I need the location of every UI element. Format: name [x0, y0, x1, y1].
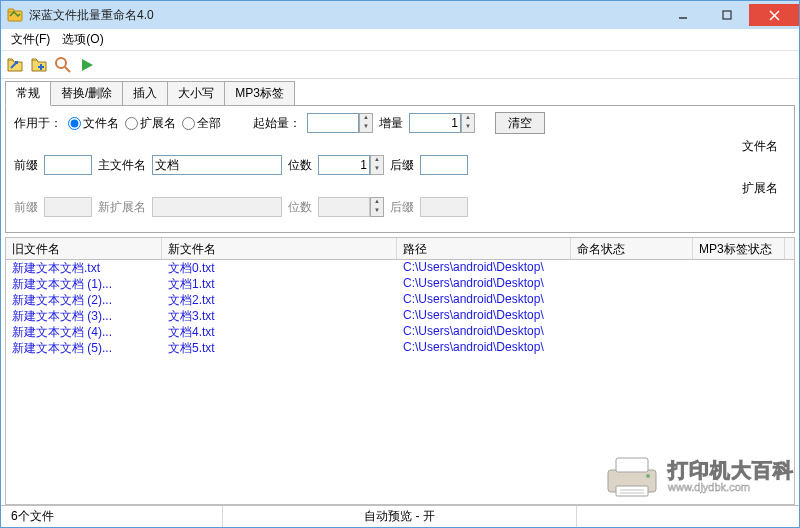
cell: C:\Users\android\Desktop\ — [397, 276, 571, 292]
step-label: 增量 — [379, 115, 403, 132]
tab-general[interactable]: 常规 — [5, 81, 51, 106]
clear-button[interactable]: 清空 — [495, 112, 545, 134]
newext-input — [152, 197, 282, 217]
cell: C:\Users\android\Desktop\ — [397, 340, 571, 356]
tabs: 常规 替换/删除 插入 大小写 MP3标签 — [1, 81, 799, 105]
cell — [693, 292, 785, 308]
table-row[interactable]: 新建文本文档 (5)...文档5.txtC:\Users\android\Des… — [6, 340, 794, 356]
col-old[interactable]: 旧文件名 — [6, 238, 162, 259]
grid-header: 旧文件名 新文件名 路径 命名状态 MP3标签状态 — [5, 237, 795, 259]
cell: 文档4.txt — [162, 324, 397, 340]
status-preview: 自动预览 - 开 — [223, 506, 577, 527]
svg-point-6 — [56, 58, 66, 68]
col-new[interactable]: 新文件名 — [162, 238, 397, 259]
window-title: 深蓝文件批量重命名4.0 — [29, 7, 661, 24]
cell: 文档5.txt — [162, 340, 397, 356]
step-input[interactable] — [409, 113, 461, 133]
ext-side-label: 扩展名 — [742, 180, 778, 197]
prefix2-input — [44, 197, 92, 217]
suffix2-label: 后缀 — [390, 199, 414, 216]
cell — [571, 276, 693, 292]
tab-insert[interactable]: 插入 — [122, 81, 168, 105]
open-folder-icon[interactable] — [5, 55, 25, 75]
table-row[interactable]: 新建文本文档.txt文档0.txtC:\Users\android\Deskto… — [6, 260, 794, 276]
digits2-input — [318, 197, 370, 217]
digits1-input[interactable] — [318, 155, 370, 175]
cell: C:\Users\android\Desktop\ — [397, 308, 571, 324]
digits2-spin: ▲▼ — [318, 197, 384, 217]
status-right — [577, 506, 797, 527]
menu-file[interactable]: 文件(F) — [5, 29, 56, 50]
minimize-button[interactable] — [661, 4, 705, 26]
cell — [571, 292, 693, 308]
cell: C:\Users\android\Desktop\ — [397, 324, 571, 340]
close-button[interactable] — [749, 4, 799, 26]
suffix2-input — [420, 197, 468, 217]
prefix1-input[interactable] — [44, 155, 92, 175]
cell — [693, 260, 785, 276]
col-path[interactable]: 路径 — [397, 238, 571, 259]
prefix2-label: 前缀 — [14, 199, 38, 216]
prefix1-label: 前缀 — [14, 157, 38, 174]
cell: C:\Users\android\Desktop\ — [397, 260, 571, 276]
add-folder-icon[interactable] — [29, 55, 49, 75]
cell — [571, 308, 693, 324]
col-mp3-status[interactable]: MP3标签状态 — [693, 238, 785, 259]
cell — [571, 260, 693, 276]
cell: 新建文本文档 (5)... — [6, 340, 162, 356]
newext-label: 新扩展名 — [98, 199, 146, 216]
col-rename-status[interactable]: 命名状态 — [571, 238, 693, 259]
toolbar — [1, 51, 799, 79]
mainfile-label: 主文件名 — [98, 157, 146, 174]
table-row[interactable]: 新建文本文档 (4)...文档4.txtC:\Users\android\Des… — [6, 324, 794, 340]
start-input[interactable] — [307, 113, 359, 133]
step-spin[interactable]: ▲▼ — [409, 113, 475, 133]
cell: 文档3.txt — [162, 308, 397, 324]
apply-filename-radio[interactable]: 文件名 — [68, 115, 119, 132]
run-icon[interactable] — [77, 55, 97, 75]
menubar: 文件(F) 选项(O) — [1, 29, 799, 51]
cell: 新建文本文档 (3)... — [6, 308, 162, 324]
tab-mp3-tags[interactable]: MP3标签 — [224, 81, 295, 105]
apply-ext-radio[interactable]: 扩展名 — [125, 115, 176, 132]
cell: C:\Users\android\Desktop\ — [397, 292, 571, 308]
maximize-button[interactable] — [705, 4, 749, 26]
apply-all-radio[interactable]: 全部 — [182, 115, 221, 132]
cell: 新建文本文档.txt — [6, 260, 162, 276]
cell: 文档0.txt — [162, 260, 397, 276]
start-spin[interactable]: ▲▼ — [307, 113, 373, 133]
svg-rect-1 — [8, 9, 14, 12]
status-count: 6个文件 — [3, 506, 223, 527]
svg-rect-3 — [723, 11, 731, 19]
table-row[interactable]: 新建文本文档 (2)...文档2.txtC:\Users\android\Des… — [6, 292, 794, 308]
cell — [693, 324, 785, 340]
digits2-label: 位数 — [288, 199, 312, 216]
preview-icon[interactable] — [53, 55, 73, 75]
cell — [571, 324, 693, 340]
cell: 新建文本文档 (2)... — [6, 292, 162, 308]
tab-replace-delete[interactable]: 替换/删除 — [50, 81, 123, 105]
cell: 新建文本文档 (1)... — [6, 276, 162, 292]
cell — [693, 276, 785, 292]
app-icon — [7, 7, 23, 23]
cell — [693, 308, 785, 324]
mainfile-input[interactable] — [152, 155, 282, 175]
tab-case[interactable]: 大小写 — [167, 81, 225, 105]
cell: 文档2.txt — [162, 292, 397, 308]
digits1-spin[interactable]: ▲▼ — [318, 155, 384, 175]
statusbar: 6个文件 自动预览 - 开 — [1, 505, 799, 527]
cell — [571, 340, 693, 356]
digits1-label: 位数 — [288, 157, 312, 174]
menu-options[interactable]: 选项(O) — [56, 29, 109, 50]
table-row[interactable]: 新建文本文档 (1)...文档1.txtC:\Users\android\Des… — [6, 276, 794, 292]
suffix1-input[interactable] — [420, 155, 468, 175]
filename-side-label: 文件名 — [742, 138, 778, 155]
table-row[interactable]: 新建文本文档 (3)...文档3.txtC:\Users\android\Des… — [6, 308, 794, 324]
suffix1-label: 后缀 — [390, 157, 414, 174]
start-label: 起始量： — [253, 115, 301, 132]
cell: 新建文本文档 (4)... — [6, 324, 162, 340]
grid-body[interactable]: 新建文本文档.txt文档0.txtC:\Users\android\Deskto… — [5, 259, 795, 505]
apply-to-label: 作用于： — [14, 115, 62, 132]
svg-line-7 — [65, 67, 70, 72]
cell — [693, 340, 785, 356]
